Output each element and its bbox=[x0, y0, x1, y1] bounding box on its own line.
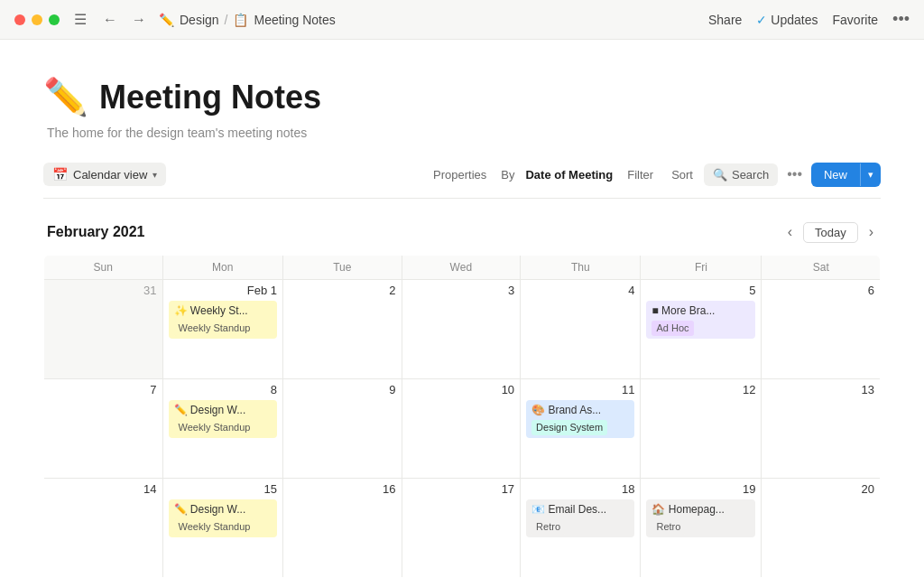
day-mon: Mon bbox=[162, 256, 283, 280]
day-number: 13 bbox=[767, 383, 874, 396]
calendar-day-cell[interactable]: 12 bbox=[641, 379, 762, 479]
event-card[interactable]: ■ More Bra...Ad Hoc bbox=[646, 301, 755, 339]
search-button[interactable]: 🔍 Search bbox=[704, 163, 778, 186]
event-tag: Ad Hoc bbox=[651, 321, 693, 336]
event-card[interactable]: ✨ Weekly St...Weekly Standup bbox=[169, 301, 278, 339]
calendar-day-cell[interactable]: 14 bbox=[44, 479, 163, 578]
properties-button[interactable]: Properties bbox=[426, 163, 494, 186]
event-title: 🎨 Brand As... bbox=[531, 403, 629, 418]
page-title: Meeting Notes bbox=[99, 79, 321, 117]
event-card[interactable]: ✏️ Design W...Weekly Standup bbox=[169, 499, 278, 537]
close-button[interactable] bbox=[14, 14, 25, 25]
event-title: 🏠 Homepag... bbox=[651, 502, 750, 517]
titlebar: ☰ ← → ✏️ Design / 📋 Meeting Notes Share … bbox=[0, 0, 924, 40]
day-number: 10 bbox=[408, 383, 515, 396]
day-number: 31 bbox=[50, 284, 157, 297]
breadcrumb-notes-icon: 📋 bbox=[233, 13, 248, 27]
calendar-day-cell[interactable]: 17 bbox=[402, 479, 521, 578]
nav-arrows: ← → bbox=[99, 10, 150, 30]
toolbar-more-button[interactable]: ••• bbox=[781, 162, 808, 187]
event-title: ✏️ Design W... bbox=[174, 403, 273, 418]
hamburger-menu[interactable]: ☰ bbox=[70, 9, 90, 30]
calendar-week-row: 1415✏️ Design W...Weekly Standup161718📧 … bbox=[44, 479, 881, 578]
event-title: ✏️ Design W... bbox=[174, 502, 273, 517]
day-number: 11 bbox=[526, 383, 634, 396]
calendar-day-cell[interactable]: 6 bbox=[762, 280, 881, 379]
day-number: 8 bbox=[169, 383, 278, 396]
event-tag: Retro bbox=[531, 519, 565, 535]
calendar-day-cell[interactable]: 2 bbox=[283, 280, 402, 379]
calendar-day-cell[interactable]: 16 bbox=[283, 479, 402, 578]
page-subtitle: The home for the design team's meeting n… bbox=[47, 126, 881, 140]
calendar-day-cell[interactable]: 4 bbox=[521, 280, 641, 379]
day-number: 2 bbox=[289, 284, 396, 297]
chevron-down-icon: ▾ bbox=[152, 170, 157, 180]
new-button-dropdown-icon[interactable]: ▾ bbox=[860, 163, 881, 186]
calendar-icon: 📅 bbox=[52, 167, 68, 182]
page-content: ✏️ Meeting Notes The home for the design… bbox=[0, 40, 924, 578]
view-label: Calendar view bbox=[73, 168, 147, 182]
calendar-week-row: 78✏️ Design W...Weekly Standup91011🎨 Bra… bbox=[44, 379, 881, 479]
today-button[interactable]: Today bbox=[803, 222, 858, 243]
calendar-day-cell[interactable]: 18📧 Email Des...Retro bbox=[521, 479, 641, 578]
day-number: 15 bbox=[169, 482, 278, 496]
new-button[interactable]: New ▾ bbox=[811, 163, 881, 187]
event-card[interactable]: ✏️ Design W...Weekly Standup bbox=[169, 400, 278, 438]
day-number: 16 bbox=[289, 482, 396, 496]
page-header: ✏️ Meeting Notes bbox=[43, 76, 881, 118]
calendar-day-cell[interactable]: 11🎨 Brand As...Design System bbox=[521, 379, 641, 479]
breadcrumb-separator: / bbox=[225, 13, 228, 27]
calendar-day-cell[interactable]: 5■ More Bra...Ad Hoc bbox=[641, 280, 762, 379]
event-tag: Weekly Standup bbox=[174, 420, 255, 435]
calendar-day-cell[interactable]: Feb 1✨ Weekly St...Weekly Standup bbox=[162, 280, 283, 379]
prev-month-button[interactable]: ‹ bbox=[784, 220, 796, 244]
updates-button[interactable]: ✓ Updates bbox=[756, 13, 818, 27]
day-number: 5 bbox=[646, 284, 755, 297]
minimize-button[interactable] bbox=[32, 14, 42, 25]
more-options-icon[interactable]: ••• bbox=[892, 10, 910, 29]
day-thu: Thu bbox=[521, 256, 641, 280]
event-card[interactable]: 📧 Email Des...Retro bbox=[526, 499, 634, 537]
search-icon: 🔍 bbox=[713, 168, 727, 182]
calendar-day-cell[interactable]: 13 bbox=[762, 379, 881, 479]
forward-button[interactable]: → bbox=[128, 10, 150, 30]
filter-button[interactable]: Filter bbox=[620, 163, 661, 186]
day-number: 19 bbox=[646, 482, 755, 496]
calendar: February 2021 ‹ Today › Sun Mon Tue Wed … bbox=[43, 213, 881, 578]
search-label: Search bbox=[732, 168, 769, 182]
event-title: 📧 Email Des... bbox=[531, 502, 629, 517]
maximize-button[interactable] bbox=[49, 14, 60, 25]
check-icon: ✓ bbox=[756, 13, 767, 27]
day-sat: Sat bbox=[762, 256, 881, 280]
breadcrumb-design[interactable]: Design bbox=[180, 13, 219, 27]
date-of-meeting-label[interactable]: Date of Meeting bbox=[522, 163, 616, 186]
day-tue: Tue bbox=[283, 256, 402, 280]
day-fri: Fri bbox=[641, 256, 762, 280]
favorite-button[interactable]: Favorite bbox=[833, 13, 879, 27]
by-label: By bbox=[497, 163, 518, 186]
sort-button[interactable]: Sort bbox=[664, 163, 700, 186]
day-number: 20 bbox=[767, 482, 874, 496]
event-card[interactable]: 🏠 Homepag...Retro bbox=[646, 499, 755, 537]
calendar-day-cell[interactable]: 7 bbox=[44, 379, 163, 479]
share-button[interactable]: Share bbox=[708, 13, 742, 27]
back-button[interactable]: ← bbox=[99, 10, 121, 30]
event-tag: Design System bbox=[531, 420, 607, 435]
calendar-day-cell[interactable]: 8✏️ Design W...Weekly Standup bbox=[162, 379, 283, 479]
calendar-day-cell[interactable]: 10 bbox=[402, 379, 521, 479]
calendar-grid: Sun Mon Tue Wed Thu Fri Sat 31Feb 1✨ Wee… bbox=[43, 255, 881, 578]
breadcrumb: ✏️ Design / 📋 Meeting Notes bbox=[159, 13, 336, 27]
next-month-button[interactable]: › bbox=[865, 220, 877, 244]
calendar-navigation: ‹ Today › bbox=[784, 220, 877, 244]
calendar-day-cell[interactable]: 15✏️ Design W...Weekly Standup bbox=[162, 479, 283, 578]
breadcrumb-meeting-notes[interactable]: Meeting Notes bbox=[254, 13, 335, 27]
calendar-day-cell[interactable]: 9 bbox=[283, 379, 402, 479]
day-sun: Sun bbox=[44, 256, 163, 280]
calendar-day-cell[interactable]: 20 bbox=[762, 479, 881, 578]
calendar-day-cell[interactable]: 3 bbox=[402, 280, 521, 379]
day-number: 17 bbox=[408, 482, 515, 496]
calendar-view-toggle[interactable]: 📅 Calendar view ▾ bbox=[43, 163, 166, 186]
calendar-day-cell[interactable]: 19🏠 Homepag...Retro bbox=[641, 479, 762, 578]
event-card[interactable]: 🎨 Brand As...Design System bbox=[526, 400, 634, 438]
calendar-day-cell[interactable]: 31 bbox=[44, 280, 163, 379]
